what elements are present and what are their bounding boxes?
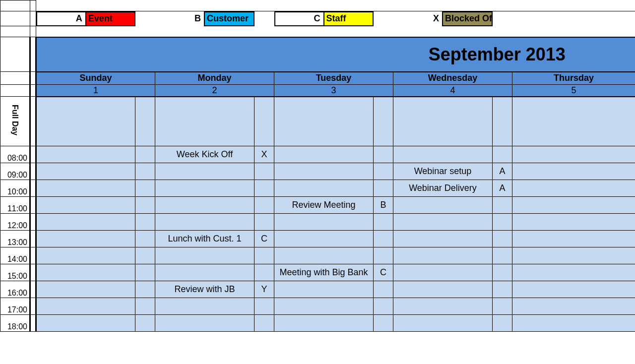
time-label-1200: 12:00 [0,214,30,231]
fullday-row: Full Day [0,97,635,146]
date-wed: 4 [393,85,512,97]
time-label-1400: 14:00 [0,247,30,264]
event-tue-1100[interactable]: Review Meeting [274,197,374,214]
eventcode-mon-0800[interactable]: X [254,146,274,163]
eventcode-wed-1000[interactable]: A [493,180,512,197]
event-mon-0800[interactable]: Week Kick Off [155,146,254,163]
eventcode-tue-1100[interactable]: B [374,197,393,214]
time-label-1500: 15:00 [0,264,30,281]
legend-code-b: B [155,12,205,26]
row-1400: 14:00 [0,247,635,264]
eventcode-wed-0900[interactable]: A [493,163,512,180]
event-mon-1300[interactable]: Lunch with Cust. 1 [155,231,254,247]
row-1600: 16:00 Review with JB Y [0,281,635,298]
row-1700: 17:00 [0,298,635,315]
time-label-1700: 17:00 [0,298,30,315]
event-tue-1500[interactable]: Meeting with Big Bank [274,264,374,281]
cell-wed-fullday[interactable] [393,97,493,146]
cell-mon-fullday[interactable] [155,97,254,146]
date-sun: 1 [36,85,155,97]
time-label-1100: 11:00 [0,197,30,214]
event-wed-0900[interactable]: Webinar setup [393,163,493,180]
row-1300: 13:00 Lunch with Cust. 1 C [0,231,635,247]
legend-code-c: C [275,12,324,26]
cell-sun-fullday[interactable] [36,97,135,146]
eventcode-mon-1600[interactable]: Y [254,281,274,298]
legend-label-customer: Customer [204,12,254,26]
time-label-0800: 08:00 [0,146,30,163]
blank-row-top [0,0,635,11]
eventcode-tue-1500[interactable]: C [374,264,393,281]
weekday-header-row: Sunday Monday Tuesday Wednesday Thursday [0,72,635,85]
eventcode-mon-1300[interactable]: C [254,231,274,247]
date-mon: 2 [155,85,274,97]
fullday-label: Full Day [0,97,30,146]
cell-thu-fullday[interactable] [512,97,635,146]
event-mon-1600[interactable]: Review with JB [155,281,254,298]
date-thu: 5 [512,85,635,97]
legend-code-a: A [37,12,86,26]
legend-label-event: Event [86,12,135,26]
weekday-mon: Monday [155,72,274,85]
row-0900: 09:00 Webinar setup A [0,163,635,180]
weekday-thu: Thursday [512,72,635,85]
row-1500: 15:00 Meeting with Big Bank C [0,264,635,281]
weekday-sun: Sunday [36,72,155,85]
legend-label-blocked: Blocked Off [443,12,492,26]
month-title-row: September 2013 [0,37,635,72]
row-1100: 11:00 Review Meeting B [0,197,635,214]
row-0800: 08:00 Week Kick Off X [0,146,635,163]
time-label-1000: 10:00 [0,180,30,197]
calendar-spreadsheet[interactable]: A Event B Customer C Staff X Blocked Off [0,0,635,332]
date-header-row: 1 2 3 4 5 [0,85,635,97]
legend-code-x: X [393,12,443,26]
weekday-tue: Tuesday [274,72,393,85]
time-label-0900: 09:00 [0,163,30,180]
time-label-1600: 16:00 [0,281,30,298]
row-1800: 18:00 [0,315,635,332]
event-wed-1000[interactable]: Webinar Delivery [393,180,493,197]
cell-tue-fullday[interactable] [274,97,374,146]
time-label-1800: 18:00 [0,315,30,332]
legend-label-staff: Staff [324,12,373,26]
date-tue: 3 [274,85,393,97]
blank-row-2 [0,26,635,37]
month-title: September 2013 [37,44,635,65]
time-label-1300: 13:00 [0,231,30,247]
legend-row: A Event B Customer C Staff X Blocked Off [0,11,635,26]
weekday-wed: Wednesday [393,72,512,85]
row-1200: 12:00 [0,214,635,231]
row-1000: 10:00 Webinar Delivery A [0,180,635,197]
